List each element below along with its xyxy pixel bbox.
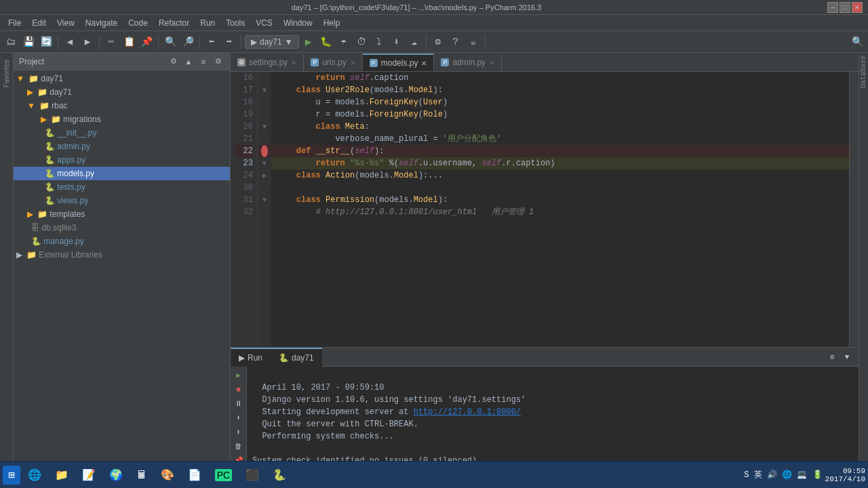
favorites-tab[interactable]: Favorites bbox=[1, 56, 12, 92]
taskbar-notepad[interactable]: 📝 bbox=[76, 463, 102, 487]
menu-refactor[interactable]: Refactor bbox=[153, 17, 195, 29]
scroll-up-button[interactable]: ⬆ bbox=[233, 426, 245, 438]
project-gear-btn[interactable]: ⚙ bbox=[212, 56, 224, 68]
project-settings-btn[interactable]: ⚙ bbox=[167, 56, 180, 68]
day71-tab[interactable]: 🐍 day71 bbox=[271, 348, 322, 367]
prev-occurrence[interactable]: ⬅ bbox=[203, 34, 220, 50]
models-tab-icon: P bbox=[370, 59, 378, 67]
project-view-button[interactable]: 🗂 bbox=[3, 34, 19, 50]
project-collapse-btn[interactable]: ▲ bbox=[182, 56, 195, 68]
favorites-bar: Favorites bbox=[0, 53, 14, 469]
taskbar-word[interactable]: 📄 bbox=[182, 463, 208, 487]
forward-button[interactable]: ▶ bbox=[79, 34, 96, 50]
tab-models[interactable]: P models.py ✕ bbox=[363, 54, 435, 71]
help-toolbar-button[interactable]: ? bbox=[448, 34, 464, 50]
next-occurrence[interactable]: ➡ bbox=[221, 34, 237, 50]
tree-item-rbac[interactable]: ▼ 📁 rbac bbox=[14, 99, 230, 113]
back-button[interactable]: ◀ bbox=[62, 34, 78, 50]
sdk-button[interactable]: ☕ bbox=[465, 34, 481, 50]
project-header: Project ⚙ ▲ ≡ ⚙ bbox=[14, 53, 230, 70]
menu-window[interactable]: Window bbox=[278, 17, 318, 29]
tree-item-init[interactable]: 🐍 __init__.py bbox=[14, 126, 230, 140]
line-num-21: 21 bbox=[235, 133, 253, 145]
admin-tab-close[interactable]: ✕ bbox=[489, 59, 494, 66]
commit-button[interactable]: ☁ bbox=[406, 34, 422, 50]
taskbar-pycharm[interactable]: PC bbox=[209, 463, 238, 487]
maximize-button[interactable]: □ bbox=[840, 2, 850, 13]
step-over[interactable]: ⤵ bbox=[371, 34, 387, 50]
run-button[interactable]: ▶ bbox=[300, 34, 317, 50]
paste-button[interactable]: 📌 bbox=[138, 34, 155, 50]
tree-item-external[interactable]: ▶ 📁 External Libraries bbox=[14, 248, 230, 262]
menu-tools[interactable]: Tools bbox=[220, 17, 250, 29]
database-tab[interactable]: Database bbox=[860, 56, 867, 88]
taskbar-paint[interactable]: 🎨 bbox=[155, 463, 180, 487]
menu-navigate[interactable]: Navigate bbox=[80, 17, 123, 29]
tree-item-db[interactable]: 🗄 db.sqlite3 bbox=[14, 221, 230, 235]
menu-code[interactable]: Code bbox=[123, 17, 153, 29]
menu-view[interactable]: View bbox=[52, 17, 80, 29]
copy-button[interactable]: 📋 bbox=[121, 34, 137, 50]
sync-button[interactable]: 🔄 bbox=[38, 34, 54, 50]
tab-urls[interactable]: P urls.py ✕ bbox=[304, 54, 362, 71]
tree-item-migrations[interactable]: ▶ 📁 migrations bbox=[14, 113, 230, 126]
tree-item-templates[interactable]: ▶ 📁 templates bbox=[14, 207, 230, 221]
taskbar-explorer[interactable]: 📁 bbox=[49, 463, 75, 487]
project-expand-btn[interactable]: ≡ bbox=[197, 56, 210, 68]
replace-button[interactable]: 🔎 bbox=[180, 34, 196, 50]
tree-item-models[interactable]: 🐍 models.py bbox=[14, 167, 230, 180]
tab-admin[interactable]: P admin.py ✕ bbox=[434, 54, 502, 71]
tree-item-apps[interactable]: 🐍 apps.py bbox=[14, 153, 230, 167]
models-tab-close[interactable]: ✕ bbox=[421, 60, 427, 67]
tabs-bar: ⚙ settings.py ✕ P urls.py ✕ P models.py … bbox=[231, 53, 859, 72]
run-tab-label: Run bbox=[248, 353, 262, 363]
run-config-dropdown[interactable]: ▶ day71 ▼ bbox=[245, 35, 299, 49]
taskbar-python[interactable]: 🐍 bbox=[267, 463, 292, 487]
close-button[interactable]: ✕ bbox=[852, 2, 863, 13]
run-settings-btn[interactable]: ⚙ bbox=[826, 351, 838, 363]
tab-settings[interactable]: ⚙ settings.py ✕ bbox=[231, 54, 304, 71]
run-tab[interactable]: ▶ Run bbox=[231, 348, 271, 367]
save-button[interactable]: 💾 bbox=[20, 34, 37, 50]
line-num-18: 18 bbox=[235, 96, 253, 108]
taskbar-chrome[interactable]: 🌍 bbox=[103, 463, 129, 487]
settings-tab-close[interactable]: ✕ bbox=[291, 59, 296, 66]
external-label: 📁 External Libraries bbox=[26, 250, 102, 260]
stop-button[interactable]: ■ bbox=[233, 384, 245, 396]
day71-tab-label: day71 bbox=[292, 353, 314, 363]
menu-help[interactable]: Help bbox=[318, 17, 346, 29]
coverage-button[interactable]: ☂ bbox=[336, 34, 352, 50]
debug-button[interactable]: 🐛 bbox=[318, 34, 334, 50]
profile-button[interactable]: ⏱ bbox=[353, 34, 370, 50]
menu-run[interactable]: Run bbox=[195, 17, 220, 29]
pause-button[interactable]: ⏸ bbox=[233, 398, 245, 410]
cut-button[interactable]: ✂ bbox=[103, 34, 119, 50]
start-button[interactable]: ⊞ bbox=[3, 466, 20, 485]
taskbar-cmd[interactable]: ⬛ bbox=[239, 463, 265, 487]
run-minimize-btn[interactable]: ▼ bbox=[841, 351, 853, 363]
tree-item-day71-root[interactable]: ▼ 📁 day71 bbox=[14, 72, 230, 85]
tree-item-day71[interactable]: ▶ 📁 day71 bbox=[14, 85, 230, 99]
tree-item-tests[interactable]: 🐍 tests.py bbox=[14, 180, 230, 194]
server-url-link[interactable]: http://127.0.0.1:8000/ bbox=[414, 407, 521, 417]
tree-item-views[interactable]: 🐍 views.py bbox=[14, 194, 230, 207]
urls-tab-close[interactable]: ✕ bbox=[350, 59, 355, 66]
taskbar-ie[interactable]: 🌐 bbox=[22, 463, 47, 487]
clear-button[interactable]: 🗑 bbox=[233, 440, 245, 452]
breakpoint-dot[interactable] bbox=[261, 145, 268, 157]
menu-edit[interactable]: Edit bbox=[26, 17, 52, 29]
code-content[interactable]: return self.caption class User2Role(mode… bbox=[271, 72, 849, 347]
rerun-button[interactable]: ▶ bbox=[233, 369, 245, 382]
minimize-button[interactable]: ─ bbox=[827, 2, 838, 13]
search-button[interactable]: 🔍 bbox=[162, 34, 178, 50]
menu-vcs[interactable]: VCS bbox=[250, 17, 278, 29]
settings-button[interactable]: ⚙ bbox=[430, 34, 446, 50]
step-into[interactable]: ⬇ bbox=[389, 34, 405, 50]
scroll-end-button[interactable]: ⬇ bbox=[233, 412, 245, 424]
menu-file[interactable]: File bbox=[3, 17, 26, 29]
tree-item-admin[interactable]: 🐍 admin.py bbox=[14, 140, 230, 153]
global-search-button[interactable]: 🔍 bbox=[849, 34, 865, 50]
bottom-content: ▶ ■ ⏸ ⬇ ⬆ 🗑 📌 April 10, 2017 - 09:59:10 … bbox=[231, 367, 859, 469]
taskbar-calc[interactable]: 🖩 bbox=[130, 463, 153, 487]
tree-item-manage[interactable]: 🐍 manage.py bbox=[14, 235, 230, 248]
